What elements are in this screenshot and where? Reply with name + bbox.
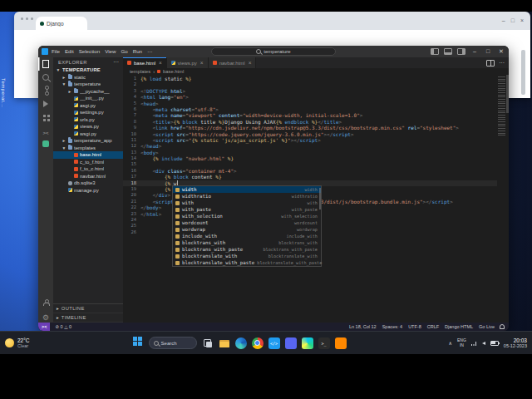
suggestion-blocktrans-with[interactable]: blocktrans_withblocktrans_with [173, 239, 321, 246]
suggestion-wordcount[interactable]: wordcountwordcount [173, 219, 321, 226]
settings-gear-icon[interactable] [38, 309, 53, 323]
task-view-icon[interactable] [202, 337, 214, 349]
tree-item-views-py[interactable]: views.py [53, 123, 123, 131]
pycharm-icon[interactable] [302, 337, 313, 349]
code-line-11[interactable]: 11 <script src="{% static 'js/ajax_scrip… [123, 137, 497, 143]
code-line-8[interactable]: 8 <title>{% block title %}Django Using A… [123, 119, 497, 125]
close-button[interactable]: ✕ [497, 46, 505, 57]
toggle-secondary-sidebar-icon[interactable] [457, 48, 466, 55]
outline-section[interactable]: ▸ OUTLINE [53, 304, 123, 313]
close-tab-icon[interactable]: × [200, 60, 204, 66]
tree-item-f-to-c-html[interactable]: f_to_c.html [53, 165, 123, 173]
close-tab-icon[interactable]: × [249, 60, 252, 66]
tree-item-temperature[interactable]: ▾temperature [53, 81, 123, 88]
tree-item-manage-py[interactable]: manage.py [53, 187, 123, 195]
battery-icon[interactable] [490, 341, 499, 346]
browser-minimize-icon[interactable]: – [502, 15, 505, 27]
explorer-more-icon[interactable]: ⋯ [113, 60, 119, 65]
tree-item-asgi-py[interactable]: asgi.py [53, 102, 123, 110]
tree-item-init-py[interactable]: __init__.py [53, 95, 123, 102]
suggestion-widthratio[interactable]: widthratiowidthratio [173, 193, 321, 200]
code-line-1[interactable]: 1{% load static %} [123, 76, 497, 81]
chrome-icon[interactable] [252, 337, 264, 349]
suggestion-wordwrap[interactable]: wordwrapwordwrap [173, 226, 321, 233]
breadcrumb[interactable]: templates › base.html [123, 68, 509, 75]
search-view-icon[interactable] [38, 71, 53, 84]
code-line-2[interactable]: 2 [123, 81, 497, 87]
django-extension-icon[interactable] [38, 137, 53, 150]
tree-item-c-to-f-html[interactable]: c_to_f.html [53, 159, 123, 166]
editor-more-actions-icon[interactable]: ⋯ [499, 60, 505, 66]
tree-item-temperature-app[interactable]: ▸temperature_app [53, 137, 123, 145]
vscode-icon[interactable] [268, 337, 280, 349]
remote-indicator[interactable]: >< [38, 323, 50, 331]
weather-widget[interactable]: 22°C Clear [5, 337, 30, 348]
menu-view[interactable]: View [105, 46, 116, 57]
minimap[interactable] [498, 76, 505, 136]
code-line-17[interactable]: 17 {% block content %} [123, 174, 497, 180]
tree-item-templates[interactable]: ▾templates [53, 145, 123, 152]
problems-indicator[interactable]: ⊘ 0 △ 0 [55, 323, 71, 331]
vlc-icon[interactable] [335, 337, 347, 349]
tree-item-navbar-html[interactable]: navbar.html [53, 173, 123, 180]
account-icon[interactable] [38, 296, 53, 309]
breadcrumb-folder[interactable]: templates [130, 68, 150, 75]
file-explorer-icon[interactable] [219, 337, 230, 349]
discord-icon[interactable] [285, 337, 297, 349]
close-tab-icon[interactable]: × [159, 60, 162, 66]
status-crlf[interactable]: CRLF [427, 323, 439, 331]
minimize-button[interactable]: – [470, 46, 479, 57]
suggestion-with[interactable]: withwith [173, 200, 321, 206]
browser-maximize-icon[interactable]: □ [511, 15, 515, 27]
browser-window-controls[interactable]: – □ × [502, 15, 524, 27]
tree-item-urls-py[interactable]: urls.py [53, 116, 123, 124]
code-line-4[interactable]: 4<html lang="en"> [123, 94, 497, 100]
breadcrumb-file[interactable]: base.html [163, 68, 184, 75]
code-line-7[interactable]: 7 <meta name="viewport" content="width=d… [123, 112, 497, 118]
suggestion-with-selection[interactable]: with_selectionwith_selection [173, 213, 321, 219]
suggestion-blocktranslate-with[interactable]: blocktranslate_withblocktranslate_with [173, 253, 321, 259]
vscode-logo-icon[interactable] [42, 48, 48, 55]
suggestion-with-paste[interactable]: with_pastewith_paste [173, 206, 321, 213]
maximize-button[interactable]: □ [484, 46, 492, 57]
extensions-icon[interactable] [38, 111, 53, 124]
status-django-html[interactable]: Django HTML [445, 323, 473, 331]
tree-item-temperature[interactable]: ▾TEMPERATURE [53, 66, 123, 74]
menu-run[interactable]: Run [133, 46, 142, 57]
suggestion-width[interactable]: widthwidth [173, 186, 321, 193]
code-line-6[interactable]: 6 <meta charset="utf-8"> [123, 106, 497, 112]
split-editor-icon[interactable] [486, 60, 495, 66]
tree-item-pycache[interactable]: ▸__pycache__ [53, 88, 123, 96]
source-control-icon[interactable] [38, 84, 53, 97]
code-line-3[interactable]: 3<!DOCTYPE html> [123, 88, 497, 94]
code-line-13[interactable]: 13<body> [123, 150, 497, 155]
suggest-scrollbar[interactable] [319, 188, 321, 209]
tab-views-py[interactable]: views.py × [167, 57, 209, 68]
tray-chevron-icon[interactable]: ∧ [449, 340, 452, 346]
code-line-5[interactable]: 5<head> [123, 101, 497, 106]
browser-tab-django[interactable]: Django [36, 17, 87, 30]
command-center-search[interactable]: temperature [211, 47, 336, 56]
start-button[interactable] [132, 337, 144, 349]
edge-icon[interactable] [235, 337, 247, 349]
tree-item-wsgi-py[interactable]: wsgi.py [53, 131, 123, 138]
browser-close-icon[interactable]: × [520, 15, 524, 27]
status-spaces-4[interactable]: Spaces: 4 [382, 323, 402, 331]
status-go-live[interactable]: Go Live [479, 323, 495, 331]
side-window-label[interactable]: Temperat... [1, 78, 6, 108]
menu-more[interactable]: ⋯ [147, 46, 152, 57]
remote-explorer-icon[interactable] [38, 124, 53, 137]
suggestion-include-with[interactable]: include_withinclude_with [173, 233, 321, 239]
wifi-icon[interactable] [471, 341, 477, 346]
clock[interactable]: 20:03 05-12-2023 [504, 337, 527, 348]
notifications-bell-icon[interactable] [500, 324, 505, 329]
tab-navbar-html[interactable]: navbar.html × [209, 57, 257, 68]
status-ln-18-col-12[interactable]: Ln 18, Col 12 [349, 323, 377, 331]
toggle-sidebar-icon[interactable] [431, 48, 439, 55]
suggestion-blocktranslate-with-paste[interactable]: blocktranslate_with_pasteblocktranslate_… [173, 259, 321, 266]
menu-selection[interactable]: Selection [79, 46, 100, 57]
toggle-panel-icon[interactable] [444, 48, 452, 55]
tree-item-db-sqlite3[interactable]: db.sqlite3 [53, 180, 123, 187]
taskbar-search[interactable]: Search [149, 337, 197, 349]
code-line-14[interactable]: 14 {% include "navbar.html" %} [123, 155, 497, 161]
